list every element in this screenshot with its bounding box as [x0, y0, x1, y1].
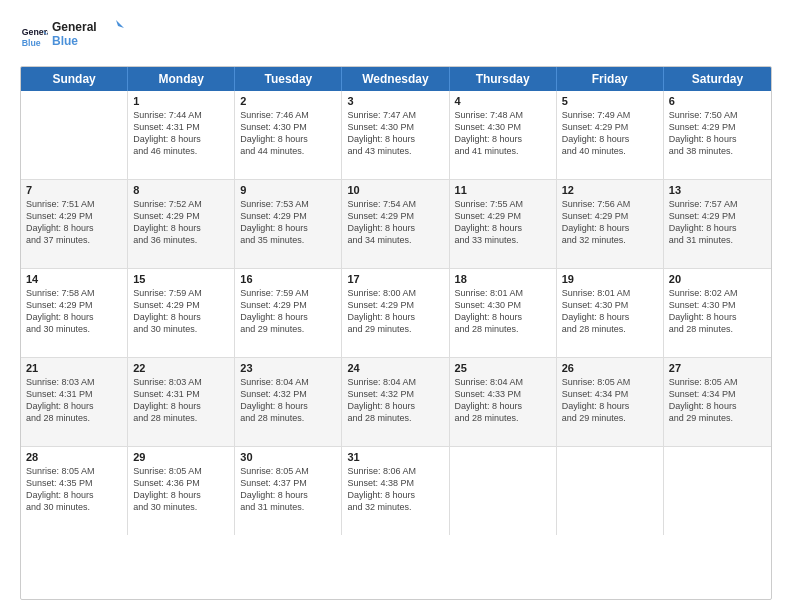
header-day-thursday: Thursday — [450, 67, 557, 91]
day-number: 20 — [669, 273, 766, 285]
cell-info-line: Sunset: 4:29 PM — [347, 299, 443, 311]
cell-info-line: Sunset: 4:30 PM — [455, 121, 551, 133]
cell-info-line: Sunrise: 8:06 AM — [347, 465, 443, 477]
cell-info-line: Sunset: 4:34 PM — [562, 388, 658, 400]
header-day-friday: Friday — [557, 67, 664, 91]
cell-info-line: Sunrise: 7:44 AM — [133, 109, 229, 121]
cell-info-line: and 37 minutes. — [26, 234, 122, 246]
calendar-cell: 27Sunrise: 8:05 AMSunset: 4:34 PMDayligh… — [664, 358, 771, 446]
calendar-cell — [557, 447, 664, 535]
day-number: 4 — [455, 95, 551, 107]
cell-info-line: Daylight: 8 hours — [26, 489, 122, 501]
calendar-cell: 5Sunrise: 7:49 AMSunset: 4:29 PMDaylight… — [557, 91, 664, 179]
cell-info-line: Sunrise: 8:01 AM — [562, 287, 658, 299]
day-number: 12 — [562, 184, 658, 196]
cell-info-line: Sunset: 4:29 PM — [562, 121, 658, 133]
cell-info-line: Sunset: 4:29 PM — [669, 210, 766, 222]
day-number: 25 — [455, 362, 551, 374]
cell-info-line: Sunrise: 8:04 AM — [455, 376, 551, 388]
cell-info-line: Daylight: 8 hours — [669, 222, 766, 234]
day-number: 29 — [133, 451, 229, 463]
cell-info-line: and 31 minutes. — [240, 501, 336, 513]
cell-info-line: Daylight: 8 hours — [240, 311, 336, 323]
cell-info-line: Sunrise: 8:01 AM — [455, 287, 551, 299]
cell-info-line: Sunrise: 8:05 AM — [133, 465, 229, 477]
cell-info-line: Sunset: 4:29 PM — [26, 299, 122, 311]
cell-info-line: Sunrise: 7:46 AM — [240, 109, 336, 121]
cell-info-line: Sunset: 4:29 PM — [562, 210, 658, 222]
day-number: 8 — [133, 184, 229, 196]
cell-info-line: Sunrise: 7:50 AM — [669, 109, 766, 121]
calendar-cell: 10Sunrise: 7:54 AMSunset: 4:29 PMDayligh… — [342, 180, 449, 268]
calendar-row-3: 14Sunrise: 7:58 AMSunset: 4:29 PMDayligh… — [21, 269, 771, 358]
day-number: 9 — [240, 184, 336, 196]
cell-info-line: Sunrise: 7:57 AM — [669, 198, 766, 210]
cell-info-line: Sunrise: 8:03 AM — [26, 376, 122, 388]
cell-info-line: Sunrise: 7:54 AM — [347, 198, 443, 210]
cell-info-line: and 29 minutes. — [669, 412, 766, 424]
day-number: 13 — [669, 184, 766, 196]
cell-info-line: Sunset: 4:29 PM — [133, 210, 229, 222]
cell-info-line: Sunrise: 8:04 AM — [347, 376, 443, 388]
cell-info-line: Sunrise: 8:04 AM — [240, 376, 336, 388]
calendar-cell: 4Sunrise: 7:48 AMSunset: 4:30 PMDaylight… — [450, 91, 557, 179]
cell-info-line: Sunset: 4:30 PM — [562, 299, 658, 311]
day-number: 7 — [26, 184, 122, 196]
cell-info-line: Daylight: 8 hours — [347, 133, 443, 145]
calendar-header: SundayMondayTuesdayWednesdayThursdayFrid… — [21, 67, 771, 91]
cell-info-line: Daylight: 8 hours — [133, 133, 229, 145]
calendar-row-4: 21Sunrise: 8:03 AMSunset: 4:31 PMDayligh… — [21, 358, 771, 447]
cell-info-line: Sunrise: 8:00 AM — [347, 287, 443, 299]
calendar-cell: 13Sunrise: 7:57 AMSunset: 4:29 PMDayligh… — [664, 180, 771, 268]
cell-info-line: Daylight: 8 hours — [240, 133, 336, 145]
day-number: 18 — [455, 273, 551, 285]
header-day-wednesday: Wednesday — [342, 67, 449, 91]
cell-info-line: Sunrise: 7:59 AM — [133, 287, 229, 299]
cell-info-line: and 35 minutes. — [240, 234, 336, 246]
cell-info-line: Sunset: 4:31 PM — [133, 388, 229, 400]
calendar-cell — [450, 447, 557, 535]
calendar-cell: 11Sunrise: 7:55 AMSunset: 4:29 PMDayligh… — [450, 180, 557, 268]
cell-info-line: Sunset: 4:29 PM — [347, 210, 443, 222]
cell-info-line: and 28 minutes. — [455, 412, 551, 424]
cell-info-line: Sunrise: 8:05 AM — [240, 465, 336, 477]
header-day-tuesday: Tuesday — [235, 67, 342, 91]
calendar-cell: 24Sunrise: 8:04 AMSunset: 4:32 PMDayligh… — [342, 358, 449, 446]
calendar-body: 1Sunrise: 7:44 AMSunset: 4:31 PMDaylight… — [21, 91, 771, 535]
cell-info-line: Sunset: 4:30 PM — [669, 299, 766, 311]
cell-info-line: Daylight: 8 hours — [347, 489, 443, 501]
cell-info-line: Sunrise: 7:51 AM — [26, 198, 122, 210]
cell-info-line: Sunrise: 7:52 AM — [133, 198, 229, 210]
cell-info-line: Sunset: 4:29 PM — [133, 299, 229, 311]
calendar-cell: 7Sunrise: 7:51 AMSunset: 4:29 PMDaylight… — [21, 180, 128, 268]
cell-info-line: and 30 minutes. — [133, 323, 229, 335]
day-number: 10 — [347, 184, 443, 196]
calendar-cell: 21Sunrise: 8:03 AMSunset: 4:31 PMDayligh… — [21, 358, 128, 446]
cell-info-line: and 40 minutes. — [562, 145, 658, 157]
cell-info-line: Daylight: 8 hours — [133, 489, 229, 501]
day-number: 19 — [562, 273, 658, 285]
cell-info-line: Daylight: 8 hours — [562, 400, 658, 412]
cell-info-line: and 38 minutes. — [669, 145, 766, 157]
cell-info-line: Daylight: 8 hours — [562, 133, 658, 145]
cell-info-line: and 28 minutes. — [562, 323, 658, 335]
cell-info-line: and 28 minutes. — [347, 412, 443, 424]
cell-info-line: and 32 minutes. — [562, 234, 658, 246]
cell-info-line: Daylight: 8 hours — [133, 222, 229, 234]
calendar-cell: 17Sunrise: 8:00 AMSunset: 4:29 PMDayligh… — [342, 269, 449, 357]
day-number: 26 — [562, 362, 658, 374]
cell-info-line: Sunset: 4:30 PM — [347, 121, 443, 133]
cell-info-line: and 28 minutes. — [455, 323, 551, 335]
cell-info-line: Sunset: 4:35 PM — [26, 477, 122, 489]
cell-info-line: and 29 minutes. — [240, 323, 336, 335]
cell-info-line: and 28 minutes. — [133, 412, 229, 424]
cell-info-line: and 28 minutes. — [26, 412, 122, 424]
calendar-row-2: 7Sunrise: 7:51 AMSunset: 4:29 PMDaylight… — [21, 180, 771, 269]
header-day-sunday: Sunday — [21, 67, 128, 91]
cell-info-line: Sunrise: 8:05 AM — [26, 465, 122, 477]
cell-info-line: and 29 minutes. — [347, 323, 443, 335]
day-number: 23 — [240, 362, 336, 374]
cell-info-line: and 31 minutes. — [669, 234, 766, 246]
calendar-cell: 14Sunrise: 7:58 AMSunset: 4:29 PMDayligh… — [21, 269, 128, 357]
cell-info-line: and 28 minutes. — [240, 412, 336, 424]
